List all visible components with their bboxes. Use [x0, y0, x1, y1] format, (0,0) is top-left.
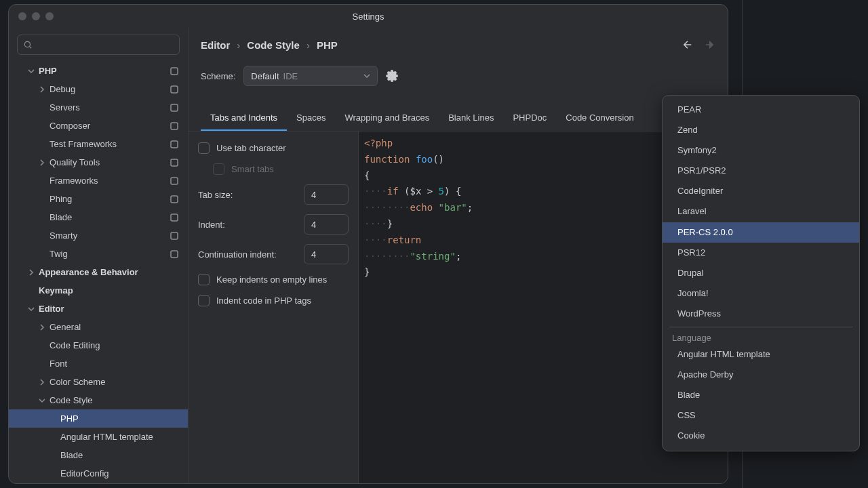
tab-size-row: Tab size:	[198, 184, 349, 205]
tab-wrapping[interactable]: Wrapping and Braces	[335, 106, 439, 131]
tree-item-code-style-editorconfig[interactable]: EditorConfig	[9, 464, 188, 483]
tree-item-code-editing[interactable]: Code Editing	[9, 336, 188, 354]
preset-wordpress[interactable]: WordPress	[663, 304, 859, 324]
tree-item-code-style-blade[interactable]: Blade	[9, 446, 188, 464]
chevron-right-icon: ›	[307, 39, 310, 51]
indent-php-tags-checkbox-row[interactable]: Indent code in PHP tags	[198, 295, 349, 306]
project-override-icon	[169, 194, 180, 205]
nav-back-button[interactable]	[682, 39, 694, 51]
tab-blank-lines[interactable]: Blank Lines	[439, 106, 503, 131]
tree-label: Keymap	[39, 285, 180, 296]
project-override-icon	[169, 66, 180, 77]
tab-tabs-indents[interactable]: Tabs and Indents	[201, 106, 287, 131]
tree-label: Angular HTML template	[60, 432, 180, 442]
tree-item-phing[interactable]: Phing	[9, 190, 188, 208]
project-override-icon	[169, 157, 180, 168]
project-override-icon	[169, 212, 180, 223]
tree-item-color-scheme[interactable]: Color Scheme	[9, 373, 188, 391]
set-from-popup[interactable]: PEAR Zend Symfony2 PSR1/PSR2 CodeIgniter…	[662, 95, 860, 451]
tree-item-servers[interactable]: Servers	[9, 98, 188, 117]
settings-dialog: Settings PHP Debug	[8, 4, 728, 484]
tab-spaces[interactable]: Spaces	[287, 106, 335, 131]
tab-size-input[interactable]	[304, 184, 349, 205]
minimize-window-button[interactable]	[32, 12, 40, 20]
svg-rect-8	[171, 178, 178, 184]
code-style-tabs: Tabs and Indents Spaces Wrapping and Bra…	[189, 106, 728, 131]
tree-item-frameworks[interactable]: Frameworks	[9, 171, 188, 190]
tree-item-composer[interactable]: Composer	[9, 117, 188, 135]
tree-item-appearance[interactable]: Appearance & Behavior	[9, 263, 188, 281]
preset-zend[interactable]: Zend	[663, 120, 859, 140]
svg-rect-12	[171, 251, 178, 258]
tree-item-twig[interactable]: Twig	[9, 245, 188, 263]
checkbox-icon	[198, 274, 210, 285]
scheme-dropdown[interactable]: Default IDE	[243, 66, 378, 86]
tree-item-blade[interactable]: Blade	[9, 208, 188, 226]
gear-icon[interactable]	[386, 70, 398, 82]
preset-psr1-psr2[interactable]: PSR1/PSR2	[663, 161, 859, 181]
tree-item-general[interactable]: General	[9, 318, 188, 336]
tab-phpdoc[interactable]: PHPDoc	[503, 106, 556, 131]
project-override-icon	[169, 84, 180, 95]
svg-line-1	[30, 47, 32, 49]
field-label: Tab size:	[198, 190, 298, 200]
search-input-wrapper[interactable]	[17, 35, 180, 55]
tree-item-code-style[interactable]: Code Style	[9, 391, 188, 409]
preset-joomla[interactable]: Joomla!	[663, 283, 859, 304]
lang-angular[interactable]: Angular HTML template	[663, 344, 859, 365]
tree-item-smarty[interactable]: Smarty	[9, 226, 188, 245]
breadcrumb-part[interactable]: Code Style	[247, 39, 300, 51]
tab-code-conversion[interactable]: Code Conversion	[556, 106, 643, 131]
keep-indents-checkbox-row[interactable]: Keep indents on empty lines	[198, 274, 349, 285]
preset-psr12[interactable]: PSR12	[663, 243, 859, 263]
svg-rect-6	[171, 141, 178, 148]
field-label: Continuation indent:	[198, 249, 298, 260]
nav-forward-button[interactable]	[703, 39, 715, 51]
close-window-button[interactable]	[18, 12, 26, 20]
indent-input[interactable]	[304, 214, 349, 235]
continuation-indent-row: Continuation indent:	[198, 244, 349, 264]
checkbox-label: Indent code in PHP tags	[216, 296, 311, 306]
tree-label: PHP	[39, 66, 169, 76]
tree-item-keymap[interactable]: Keymap	[9, 281, 188, 300]
preset-laravel[interactable]: Laravel	[663, 201, 859, 222]
use-tab-checkbox-row[interactable]: Use tab character	[198, 142, 349, 154]
tree-item-test-frameworks[interactable]: Test Frameworks	[9, 135, 188, 153]
chevron-right-icon: ›	[237, 39, 240, 51]
preset-codeigniter[interactable]: CodeIgniter	[663, 181, 859, 201]
tree-item-debug[interactable]: Debug	[9, 80, 188, 98]
breadcrumb-part[interactable]: Editor	[201, 39, 230, 51]
tree-label: General	[50, 322, 180, 332]
project-override-icon	[169, 102, 180, 113]
svg-rect-9	[171, 196, 178, 203]
settings-tree[interactable]: PHP Debug Servers Composer Test Framewor…	[9, 62, 188, 483]
tree-item-code-style-php[interactable]: PHP	[9, 409, 188, 428]
continuation-indent-input[interactable]	[304, 244, 349, 264]
svg-rect-11	[171, 232, 178, 239]
preset-pear[interactable]: PEAR	[663, 100, 859, 120]
preset-per-cs[interactable]: PER-CS 2.0.0	[663, 222, 859, 243]
checkbox-label: Use tab character	[216, 143, 286, 153]
tree-item-php[interactable]: PHP	[9, 62, 188, 80]
tree-item-font[interactable]: Font	[9, 354, 188, 373]
lang-blade[interactable]: Blade	[663, 385, 859, 405]
project-override-icon	[169, 230, 180, 241]
tree-item-code-style-angular[interactable]: Angular HTML template	[9, 428, 188, 446]
popup-separator	[669, 327, 852, 327]
preset-symfony2[interactable]: Symfony2	[663, 140, 859, 161]
tree-item-quality-tools[interactable]: Quality Tools	[9, 153, 188, 171]
lang-apache-derby[interactable]: Apache Derby	[663, 365, 859, 385]
lang-css[interactable]: CSS	[663, 405, 859, 426]
tree-label: EditorConfig	[60, 468, 180, 479]
zoom-window-button[interactable]	[45, 12, 54, 20]
settings-sidebar: PHP Debug Servers Composer Test Framewor…	[9, 28, 189, 483]
window-title: Settings	[353, 12, 384, 22]
tree-label: Appearance & Behavior	[39, 267, 180, 277]
lang-cookie[interactable]: Cookie	[663, 426, 859, 446]
tree-item-editor[interactable]: Editor	[9, 300, 188, 318]
preset-drupal[interactable]: Drupal	[663, 263, 859, 283]
tree-label: Composer	[50, 121, 169, 131]
search-input[interactable]	[37, 40, 174, 50]
project-override-icon	[169, 249, 180, 260]
tree-label: Phing	[50, 194, 169, 204]
